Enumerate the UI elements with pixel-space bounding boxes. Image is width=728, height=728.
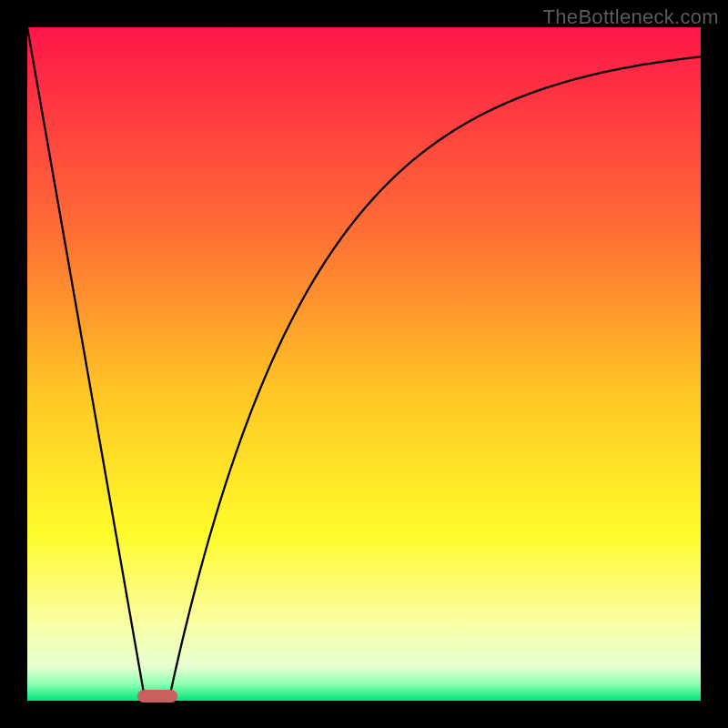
minimum-marker	[137, 690, 177, 703]
watermark-text: TheBottleneck.com	[543, 5, 719, 29]
chart-plot	[27, 27, 701, 701]
chart-frame: TheBottleneck.com	[0, 0, 728, 728]
